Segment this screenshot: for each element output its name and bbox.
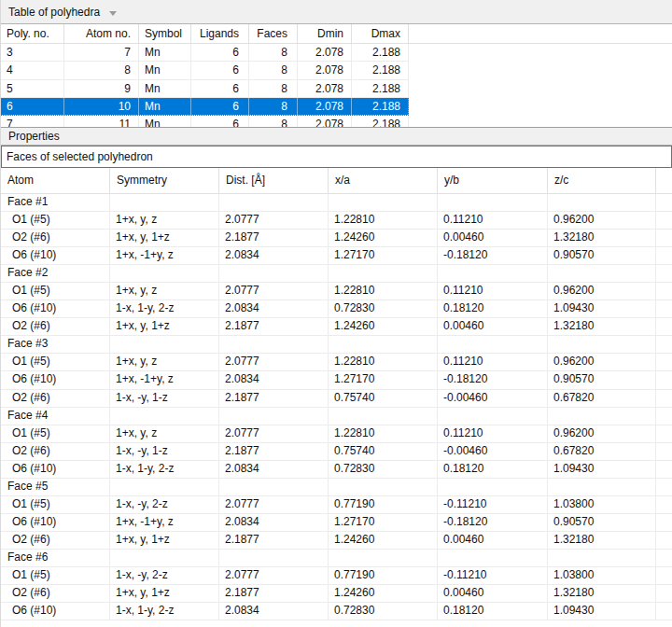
face-atom-row[interactable]: O6 (#10) 1+x, -1+y, z 2.0834 1.27170 -0.… (1, 247, 672, 265)
cell-poly-no: 4 (1, 62, 64, 78)
cell-empty (219, 336, 329, 353)
cell-symmetry: 1-x, -y, 2-z (110, 567, 219, 584)
column-header-symbol[interactable]: Symbol (139, 24, 191, 43)
chevron-down-icon[interactable] (109, 11, 117, 16)
polyhedron-row-selected[interactable]: 6 10 Mn 6 8 2.078 2.188 (1, 98, 409, 116)
column-header-zc[interactable]: z/c (548, 168, 656, 193)
cell-symbol: Mn (139, 80, 191, 97)
cell-faces: 8 (249, 80, 298, 97)
cell-atom: O1 (#5) (1, 212, 110, 229)
polyhedron-row[interactable]: 7 11 Mn 6 8 2.078 2.188 (1, 116, 409, 127)
cell-dmin: 2.078 (298, 44, 352, 61)
cell-dmax: 2.188 (352, 98, 409, 115)
cell-poly-no: 3 (1, 44, 64, 61)
cell-dist: 2.0834 (219, 603, 329, 620)
cell-atom: O1 (#5) (1, 354, 110, 370)
column-header-atom-no[interactable]: Atom no. (64, 24, 139, 43)
face-atom-row[interactable]: O2 (#6) 1+x, y, 1+z 2.1877 1.24260 0.004… (1, 230, 672, 247)
face-header-row[interactable]: Face #6 (1, 550, 672, 567)
face-atom-row[interactable]: O6 (#10) 1+x, -1+y, z 2.0834 1.27170 -0.… (1, 371, 672, 389)
cell-filler (656, 247, 672, 264)
cell-empty (438, 550, 548, 566)
column-header-dmax[interactable]: Dmax (352, 24, 409, 43)
cell-yb: 0.11210 (438, 425, 548, 442)
polyhedron-row[interactable]: 4 8 Mn 6 8 2.078 2.188 (1, 62, 409, 79)
cell-xa: 0.77190 (329, 496, 438, 513)
column-header-dist[interactable]: Dist. [Å] (219, 168, 329, 193)
face-atom-row[interactable]: O1 (#5) 1+x, y, z 2.0777 1.22810 0.11210… (1, 354, 672, 371)
properties-titlebar: Properties (1, 128, 672, 146)
cell-ligands: 6 (191, 98, 249, 115)
face-atom-row[interactable]: O1 (#5) 1+x, y, z 2.0777 1.22810 0.11210… (1, 212, 672, 230)
cell-zc: 1.03800 (548, 567, 656, 584)
face-atom-row[interactable]: O2 (#6) 1+x, y, 1+z 2.1877 1.24260 0.004… (1, 532, 672, 550)
face-atom-row[interactable]: O6 (#10) 1-x, 1-y, 2-z 2.0834 0.72830 0.… (1, 603, 672, 620)
face-atom-row[interactable]: O2 (#6) 1-x, -y, 1-z 2.1877 0.75740 -0.0… (1, 443, 672, 461)
column-header-ligands[interactable]: Ligands (191, 24, 249, 43)
face-atom-row[interactable]: O1 (#5) 1-x, -y, 2-z 2.0777 0.77190 -0.1… (1, 567, 672, 585)
cell-empty (110, 408, 219, 425)
polyhedron-row[interactable]: 3 7 Mn 6 8 2.078 2.188 (1, 44, 409, 62)
cell-dist: 2.1877 (219, 585, 329, 602)
face-header-row[interactable]: Face #5 (1, 479, 672, 496)
cell-xa: 0.77190 (329, 567, 438, 584)
properties-view-selector[interactable]: Faces of selected polyhedron (1, 146, 672, 168)
cell-symmetry: 1-x, 1-y, 2-z (110, 461, 219, 478)
column-header-poly-no[interactable]: Poly. no. (1, 24, 64, 43)
cell-symbol: Mn (139, 98, 191, 115)
cell-empty (548, 408, 656, 425)
cell-filler (656, 479, 672, 495)
cell-yb: 0.00460 (438, 532, 548, 549)
cell-yb: -0.18120 (438, 247, 548, 264)
cell-yb: 0.00460 (438, 318, 548, 335)
polyhedron-row[interactable]: 5 9 Mn 6 8 2.078 2.188 (1, 80, 409, 98)
cell-atom: O6 (#10) (1, 514, 110, 531)
cell-yb: 0.11210 (438, 283, 548, 300)
face-header-row[interactable]: Face #1 (1, 194, 672, 212)
face-header-row[interactable]: Face #2 (1, 265, 672, 283)
column-header-faces[interactable]: Faces (249, 24, 298, 43)
column-header-dmin[interactable]: Dmin (298, 24, 352, 43)
cell-faces: 8 (249, 62, 298, 78)
column-header-symmetry[interactable]: Symmetry (110, 168, 219, 193)
face-header-row[interactable]: Face #4 (1, 408, 672, 425)
cell-xa: 1.27170 (329, 371, 438, 388)
column-header-filler (409, 24, 672, 43)
cell-filler (656, 283, 672, 300)
cell-empty (548, 194, 656, 211)
cell-filler (656, 496, 672, 513)
face-header-row[interactable]: Face #3 (1, 336, 672, 354)
cell-atom: O2 (#6) (1, 443, 110, 460)
cell-filler (656, 318, 672, 335)
cell-zc: 1.32180 (548, 532, 656, 549)
cell-zc: 0.67820 (548, 443, 656, 460)
face-atom-row[interactable]: O1 (#5) 1+x, y, z 2.0777 1.22810 0.11210… (1, 283, 672, 300)
cell-xa: 1.27170 (329, 247, 438, 264)
column-header-yb[interactable]: y/b (438, 168, 548, 193)
face-label: Face #5 (1, 479, 110, 495)
polyhedra-titlebar: Table of polyhedra (1, 0, 672, 24)
face-atom-row[interactable]: O1 (#5) 1+x, y, z 2.0777 1.22810 0.11210… (1, 425, 672, 443)
cell-dist: 2.0834 (219, 247, 329, 264)
cell-filler (656, 603, 672, 620)
cell-dmax: 2.188 (352, 62, 409, 78)
face-atom-row[interactable]: O2 (#6) 1-x, -y, 1-z 2.1877 0.75740 -0.0… (1, 390, 672, 408)
cell-xa: 0.72830 (329, 461, 438, 478)
face-atom-row[interactable]: O6 (#10) 1-x, 1-y, 2-z 2.0834 0.72830 0.… (1, 300, 672, 318)
cell-dist: 2.0834 (219, 461, 329, 478)
column-header-xa[interactable]: x/a (329, 168, 438, 193)
face-atom-row[interactable]: O1 (#5) 1-x, -y, 2-z 2.0777 0.77190 -0.1… (1, 496, 672, 514)
cell-xa: 0.75740 (329, 390, 438, 407)
face-atom-row[interactable]: O2 (#6) 1+x, y, 1+z 2.1877 1.24260 0.004… (1, 318, 672, 336)
cell-zc: 0.96200 (548, 212, 656, 229)
face-atom-row[interactable]: O2 (#6) 1+x, y, 1+z 2.1877 1.24260 0.004… (1, 585, 672, 603)
cell-yb: 0.00460 (438, 585, 548, 602)
face-atom-row[interactable]: O6 (#10) 1+x, -1+y, z 2.0834 1.27170 -0.… (1, 514, 672, 532)
cell-zc: 0.96200 (548, 283, 656, 300)
column-header-atom[interactable]: Atom (1, 168, 110, 193)
cell-symmetry: 1-x, 1-y, 2-z (110, 603, 219, 620)
face-atom-row[interactable]: O6 (#10) 1-x, 1-y, 2-z 2.0834 0.72830 0.… (1, 461, 672, 479)
cell-filler (656, 354, 672, 370)
face-label: Face #3 (1, 336, 110, 353)
cell-filler (656, 461, 672, 478)
